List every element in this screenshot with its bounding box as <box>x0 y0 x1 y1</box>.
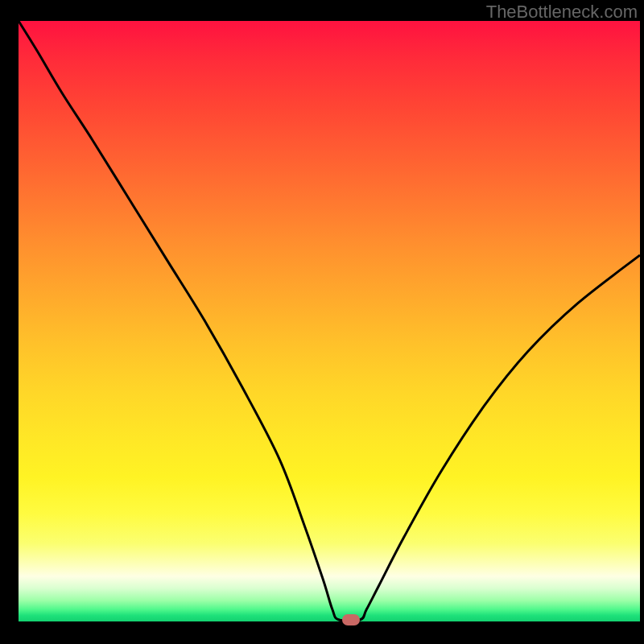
curve-svg <box>19 21 640 621</box>
plot-area <box>19 21 640 621</box>
attribution-text: TheBottleneck.com <box>486 2 638 23</box>
bottleneck-marker <box>342 614 360 625</box>
chart-container: TheBottleneck.com <box>0 0 644 644</box>
bottleneck-curve-path <box>19 21 640 621</box>
